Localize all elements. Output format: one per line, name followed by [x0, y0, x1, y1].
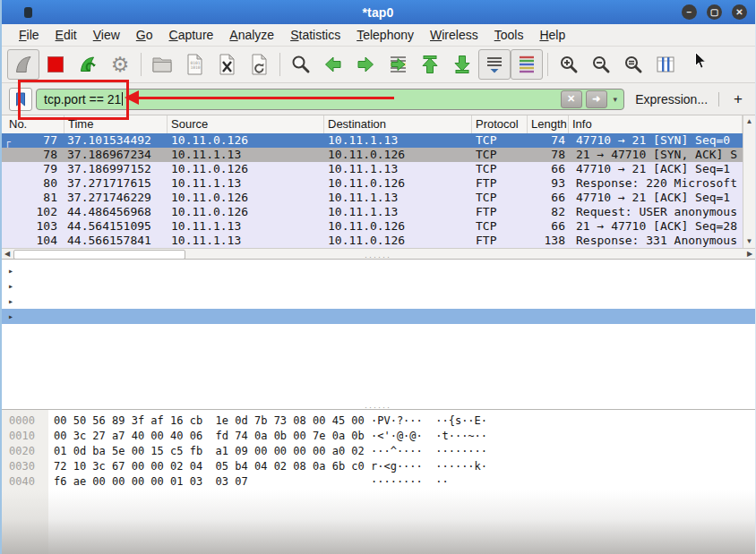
colorize-button[interactable] — [511, 49, 543, 80]
hex-row[interactable]: 0030 72 10 3c 67 00 00 02 04 05 b4 04 02… — [2, 459, 755, 474]
cell-protocol: TCP — [472, 219, 528, 234]
cell-destination: 10.11.1.13 — [324, 191, 472, 205]
menu-wireless[interactable]: Wireless — [422, 25, 486, 45]
resize-columns-button[interactable] — [649, 49, 682, 80]
filter-bookmark-button[interactable] — [9, 88, 32, 111]
first-packet-button[interactable] — [414, 49, 446, 80]
expander-icon[interactable]: ▸ — [8, 294, 13, 309]
go-to-packet-button[interactable] — [382, 49, 414, 80]
cell-source: 10.11.0.126 — [168, 205, 324, 219]
menu-analyze[interactable]: Analyze — [221, 25, 282, 45]
restart-fin-icon — [77, 54, 99, 75]
vertical-scrollbar[interactable]: ▲ ▼ — [743, 115, 755, 248]
stop-capture-button[interactable] — [39, 49, 72, 80]
hex-row[interactable]: 0010 00 3c 27 a7 40 00 40 06 fd 74 0a 0b… — [2, 429, 755, 444]
menu-capture[interactable]: Capture — [161, 25, 222, 45]
packet-list-header: No. Time Source Destination Protocol Len… — [2, 115, 743, 134]
capture-options-button[interactable]: ⚙ — [104, 49, 136, 80]
cell-length: 66 — [528, 162, 569, 176]
zoom-in-button[interactable] — [553, 49, 585, 80]
filter-clear-button[interactable]: ✕ — [561, 90, 582, 108]
open-file-button[interactable] — [146, 49, 178, 80]
pane-splitter[interactable]: ······ — [365, 405, 391, 410]
zoom-out-button[interactable] — [585, 49, 617, 80]
packet-row[interactable]: 78 37.186967234 10.11.1.13 10.11.0.126 T… — [2, 148, 743, 162]
maximize-button[interactable]: ▢ — [707, 4, 722, 20]
find-packet-button[interactable] — [285, 49, 317, 80]
packet-row[interactable]: 102 44.486456968 10.11.0.126 10.11.1.13 … — [2, 205, 743, 219]
auto-scroll-icon — [484, 54, 505, 75]
scroll-up-arrow[interactable]: ▲ — [743, 115, 755, 128]
packet-details-pane: ▸ Frame 77: 74 bytes on wire (592 bits),… — [2, 259, 755, 408]
column-info[interactable]: Info — [569, 115, 743, 133]
close-file-button[interactable] — [210, 49, 243, 80]
detail-row-ip[interactable]: ▸ Internet Protocol Version 4, Src: 10.1… — [2, 294, 755, 309]
packet-row[interactable]: ┌ 77 37.101534492 10.11.0.126 10.11.1.13… — [2, 133, 743, 148]
menu-edit[interactable]: Edit — [47, 25, 85, 45]
column-protocol[interactable]: Protocol — [472, 115, 528, 133]
close-button[interactable]: ✕ — [732, 4, 747, 20]
hex-bytes: 00 50 56 89 3f af 16 cb 1e 0d 7b 73 08 0… — [48, 413, 371, 429]
detail-row-tcp[interactable]: ▸ Transmission Control Protocol, Src Por… — [2, 309, 755, 324]
shark-fin-icon — [13, 54, 34, 75]
detail-row-ethernet[interactable]: ▸ Ethernet II, Src: 16:cb:1e:0d:7b:73 (1… — [2, 278, 755, 294]
packet-row[interactable]: 79 37.186997152 10.11.0.126 10.11.1.13 T… — [2, 162, 743, 176]
expression-button[interactable]: Expression... — [635, 92, 708, 107]
expander-icon[interactable]: ▸ — [8, 278, 13, 294]
column-length[interactable]: Length — [528, 115, 569, 133]
pane-splitter[interactable]: ······ — [365, 254, 391, 260]
packet-row[interactable]: 80 37.271717615 10.11.1.13 10.11.0.126 F… — [2, 176, 743, 191]
packet-row[interactable]: 103 44.564151095 10.11.1.13 10.11.0.126 … — [2, 219, 743, 234]
zoom-original-button[interactable] — [617, 49, 649, 80]
scroll-down-arrow[interactable]: ▼ — [743, 235, 755, 248]
menu-tools[interactable]: Tools — [486, 25, 532, 45]
packet-row[interactable]: 104 44.566157841 10.11.1.13 10.11.0.126 … — [2, 234, 743, 248]
menu-telephony[interactable]: Telephony — [348, 25, 422, 45]
detail-row-frame[interactable]: ▸ Frame 77: 74 bytes on wire (592 bits),… — [2, 263, 755, 278]
expander-icon[interactable]: ▸ — [8, 263, 13, 278]
hex-ascii: r·<g···· ······k· — [371, 459, 755, 474]
packet-row[interactable]: 81 37.271746229 10.11.0.126 10.11.1.13 T… — [2, 191, 743, 205]
add-filter-button[interactable]: + — [728, 90, 748, 108]
cell-destination: 10.11.0.126 — [324, 219, 472, 234]
restart-capture-button[interactable] — [72, 49, 104, 80]
expander-icon[interactable]: ▸ — [8, 309, 13, 324]
cell-info: 47710 → 21 [ACK] Seq=1 — [569, 191, 743, 205]
column-source[interactable]: Source — [168, 115, 324, 133]
cell-source: 10.11.0.126 — [168, 191, 324, 205]
cell-destination: 10.11.1.13 — [324, 205, 472, 219]
menu-go[interactable]: Go — [128, 25, 161, 45]
filter-dropdown-arrow[interactable]: ▾ — [611, 95, 621, 104]
column-no[interactable]: No. — [2, 115, 64, 133]
save-file-button[interactable]: 0101 1010 — [178, 49, 210, 80]
menu-help[interactable]: Help — [531, 25, 573, 45]
start-capture-button[interactable] — [7, 49, 39, 80]
cell-no: 78 — [2, 148, 64, 162]
zoom-in-icon — [558, 54, 580, 75]
menu-statistics[interactable]: Statistics — [282, 25, 348, 45]
resize-columns-icon — [655, 54, 676, 75]
menu-view[interactable]: View — [85, 25, 128, 45]
last-packet-button[interactable] — [446, 49, 478, 80]
cell-length: 78 — [528, 148, 569, 162]
scroll-right-arrow[interactable]: ▶ — [744, 249, 755, 259]
auto-scroll-button[interactable] — [478, 49, 511, 80]
display-filter-input[interactable]: tcp.port == 21 ✕ ➜ ▾ — [36, 89, 624, 110]
hex-row[interactable]: 0000 00 50 56 89 3f af 16 cb 1e 0d 7b 73… — [2, 413, 755, 429]
filter-apply-button[interactable]: ➜ — [586, 90, 607, 108]
next-packet-button[interactable] — [349, 49, 382, 80]
menu-file[interactable]: File — [11, 25, 47, 45]
hex-ascii: ···^···· ········ — [371, 444, 755, 459]
minimize-button[interactable]: − — [682, 4, 697, 20]
scroll-left-arrow[interactable]: ◀ — [2, 249, 13, 259]
cell-destination: 10.11.1.13 — [324, 133, 472, 148]
hex-row[interactable]: 0040 f6 ae 00 00 00 00 01 03 03 07 ·····… — [2, 474, 755, 490]
hex-row[interactable]: 0020 01 0d ba 5e 00 15 c5 fb a1 09 00 00… — [2, 444, 755, 459]
column-time[interactable]: Time — [64, 115, 168, 133]
cell-protocol: FTP — [472, 176, 528, 191]
cell-no: 81 — [2, 191, 64, 205]
reload-file-button[interactable] — [243, 49, 275, 80]
column-destination[interactable]: Destination — [324, 115, 472, 133]
hex-ascii: ·<'·@·@· ·t···~·· — [371, 429, 755, 444]
previous-packet-button[interactable] — [317, 49, 349, 80]
